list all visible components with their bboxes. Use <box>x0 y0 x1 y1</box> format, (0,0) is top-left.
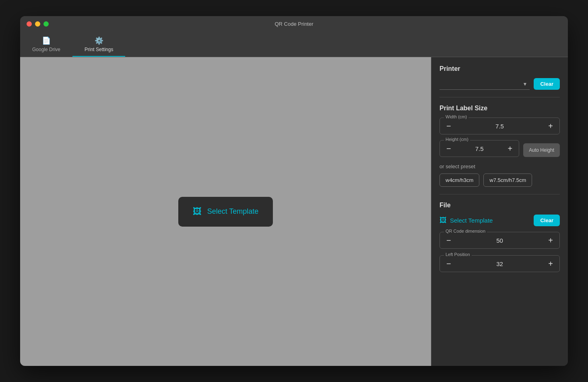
or-select-preset-label: or select preset <box>439 163 560 169</box>
height-label: Height (cm) <box>444 137 470 142</box>
preset-w4h3-button[interactable]: w4cm/h3cm <box>439 173 479 187</box>
select-template-canvas-label: Select Template <box>207 207 259 216</box>
left-position-stepper: Left Position − 32 + <box>439 255 560 272</box>
preset-w75h75-button[interactable]: w7.5cm/h7.5cm <box>483 173 532 187</box>
app-window: QR Code Printer 📄 Google Drive ⚙️ Print … <box>20 16 568 366</box>
gear-icon: ⚙️ <box>95 36 103 45</box>
width-value: 7.5 <box>458 123 542 130</box>
preset-buttons: w4cm/h3cm w7.5cm/h7.5cm <box>439 173 560 187</box>
left-position-value: 32 <box>458 260 542 267</box>
qr-code-label: QR Code dimension <box>444 229 487 233</box>
select-template-file-button[interactable]: 🖼 Select Template <box>439 216 530 225</box>
nav-item-google-drive[interactable]: 📄 Google Drive <box>20 31 72 57</box>
template-file-icon: 🖼 <box>439 216 447 225</box>
select-template-canvas-button[interactable]: 🖼 Select Template <box>178 197 273 227</box>
printer-clear-button[interactable]: Clear <box>534 78 560 90</box>
printer-section-title: Printer <box>439 65 560 72</box>
width-plus-button[interactable]: + <box>542 118 559 134</box>
template-canvas-icon: 🖼 <box>193 206 202 217</box>
minimize-button[interactable] <box>35 21 40 27</box>
left-plus-button[interactable]: + <box>542 256 559 272</box>
printer-dropdown[interactable] <box>439 78 530 90</box>
height-row: Height (cm) − 7.5 + Auto Height <box>439 140 560 157</box>
qr-plus-button[interactable]: + <box>542 232 559 248</box>
close-button[interactable] <box>27 21 32 27</box>
window-controls <box>27 21 49 27</box>
left-position-label: Left Position <box>444 252 472 257</box>
titlebar: QR Code Printer <box>20 16 568 31</box>
nav-label-google-drive: Google Drive <box>32 47 60 52</box>
width-stepper: Width (cm) − 7.5 + <box>439 118 560 134</box>
height-value: 7.5 <box>458 145 501 152</box>
divider-2 <box>439 194 560 194</box>
width-minus-button[interactable]: − <box>440 118 458 134</box>
width-label: Width (cm) <box>444 114 468 119</box>
canvas-area: 🖼 Select Template <box>20 57 431 366</box>
file-section-title: File <box>439 202 560 209</box>
qr-code-value: 50 <box>458 237 542 244</box>
print-label-size-title: Print Label Size <box>439 105 560 112</box>
divider-1 <box>439 97 560 97</box>
file-clear-button[interactable]: Clear <box>534 215 560 226</box>
printer-row: ▼ Clear <box>439 78 560 90</box>
auto-height-button[interactable]: Auto Height <box>523 143 560 157</box>
select-template-file-label: Select Template <box>450 217 493 224</box>
google-drive-icon: 📄 <box>42 36 51 45</box>
left-minus-button[interactable]: − <box>440 256 458 272</box>
printer-dropdown-wrapper: ▼ <box>439 78 530 90</box>
nav-label-print-settings: Print Settings <box>85 47 113 52</box>
qr-minus-button[interactable]: − <box>440 232 458 248</box>
main-content: 🖼 Select Template Printer ▼ Clear Print … <box>20 57 568 366</box>
height-minus-button[interactable]: − <box>440 140 458 157</box>
window-title: QR Code Printer <box>274 21 313 27</box>
nav-item-print-settings[interactable]: ⚙️ Print Settings <box>72 31 125 57</box>
maximize-button[interactable] <box>43 21 49 27</box>
qr-code-stepper: QR Code dimension − 50 + <box>439 232 560 249</box>
file-row: 🖼 Select Template Clear <box>439 215 560 226</box>
height-plus-button[interactable]: + <box>501 140 519 157</box>
navbar: 📄 Google Drive ⚙️ Print Settings <box>20 31 568 57</box>
height-stepper: Height (cm) − 7.5 + <box>439 140 519 157</box>
settings-panel: Printer ▼ Clear Print Label Size Width (… <box>431 57 568 366</box>
